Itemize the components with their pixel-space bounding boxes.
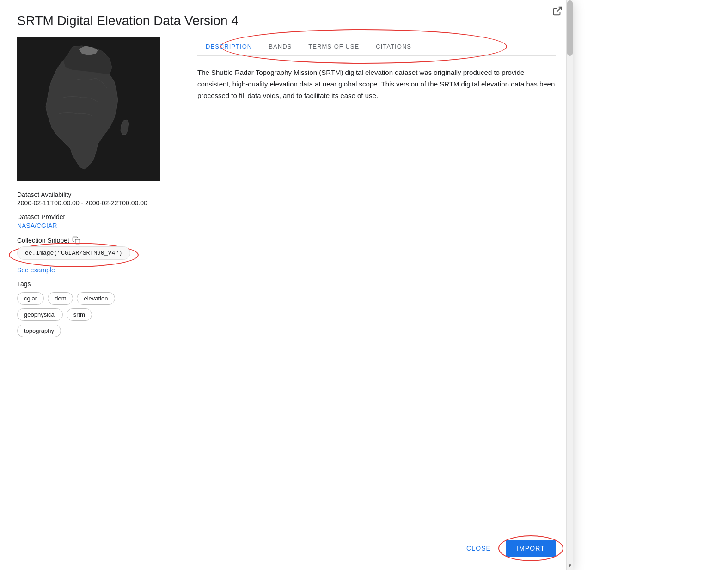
tab-bands[interactable]: BANDS [260,37,300,55]
right-column: DESCRIPTION BANDS TERMS OF USE CITATIONS… [193,37,556,533]
tags-row: cgiar dem elevation [17,292,182,305]
tabs-row: DESCRIPTION BANDS TERMS OF USE CITATIONS [197,37,556,56]
collection-snippet-row: Collection Snippet [17,236,182,245]
modal-container: ▲ ▼ SRTM Digital Elevation Data Version … [0,0,573,570]
import-button-wrapper: IMPORT [506,540,556,557]
copy-icon[interactable] [72,236,80,245]
modal-header: SRTM Digital Elevation Data Version 4 [0,0,573,28]
left-column: Dataset Availability 2000-02-11T00:00:00… [17,37,193,533]
tag-geophysical[interactable]: geophysical [17,308,63,321]
tag-dem[interactable]: dem [48,292,73,305]
scrollbar-arrow-down[interactable]: ▼ [567,562,573,570]
tag-topography[interactable]: topography [17,325,61,337]
provider-link[interactable]: NASA/CGIAR [17,222,57,229]
modal-title: SRTM Digital Elevation Data Version 4 [17,13,550,28]
scrollbar-track[interactable]: ▲ ▼ [566,0,573,570]
provider-label: Dataset Provider [17,213,182,221]
svg-line-0 [557,7,561,12]
external-link-icon[interactable] [552,6,563,16]
tags-row-2: geophysical srtm [17,308,182,321]
svg-rect-2 [75,239,80,244]
tag-srtm[interactable]: srtm [67,308,92,321]
tab-terms-of-use[interactable]: TERMS OF USE [300,37,367,55]
code-snippet-wrapper: ee.Image("CGIAR/SRTM90_V4") [17,246,130,264]
availability-value: 2000-02-11T00:00:00 - 2000-02-22T00:00:0… [17,199,182,207]
tab-citations[interactable]: CITATIONS [367,37,420,55]
scrollbar-thumb[interactable] [567,0,573,56]
modal-footer: CLOSE IMPORT [0,533,573,570]
tag-elevation[interactable]: elevation [77,292,115,305]
import-button[interactable]: IMPORT [506,540,556,557]
tab-description[interactable]: DESCRIPTION [197,37,260,55]
code-snippet[interactable]: ee.Image("CGIAR/SRTM90_V4") [17,246,130,260]
tab-content-description: The Shuttle Radar Topography Mission (SR… [197,56,556,101]
availability-label: Dataset Availability [17,191,182,198]
map-image [17,37,160,181]
modal-body: Dataset Availability 2000-02-11T00:00:00… [0,28,573,533]
see-example-link[interactable]: See example [17,266,182,274]
tags-label: Tags [17,280,182,288]
close-button[interactable]: CLOSE [459,541,498,556]
tags-row-3: topography [17,325,182,337]
snippet-label: Collection Snippet [17,237,69,244]
tag-cgiar[interactable]: cgiar [17,292,44,305]
